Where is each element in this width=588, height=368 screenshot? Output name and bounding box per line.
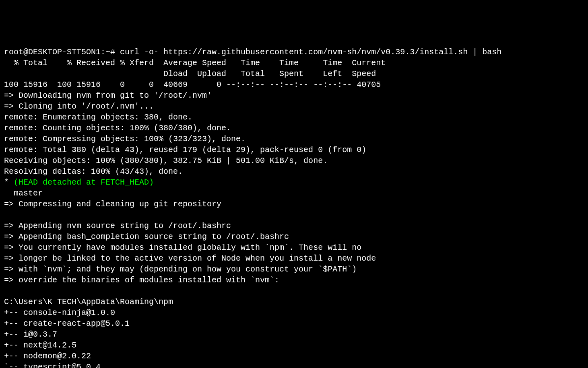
output-line: => Cloning into '/root/.nvm'...	[4, 102, 154, 111]
output-line: => longer be linked to the active versio…	[4, 254, 376, 263]
output-line: remote: Counting objects: 100% (380/380)…	[4, 123, 231, 133]
package-line: +-- next@14.2.5	[4, 341, 76, 350]
output-line: => Downloading nvm from git to '/root/.n…	[4, 91, 212, 100]
output-line: => You currently have modules installed …	[4, 243, 361, 252]
npm-path-line: C:\Users\K TECH\AppData\Roaming\npm	[4, 297, 173, 306]
output-line: => Appending bash_completion source stri…	[4, 232, 289, 241]
output-line: Receiving objects: 100% (380/380), 382.7…	[4, 156, 328, 165]
curl-header-line: % Total % Received % Xferd Average Speed…	[4, 58, 386, 68]
output-line: remote: Enumerating objects: 380, done.	[4, 113, 192, 122]
output-line: => with `nvm`; and they may (depending o…	[4, 265, 357, 274]
output-line: => override the binaries of modules inst…	[4, 275, 279, 285]
branch-marker: *	[4, 178, 14, 187]
output-line: => Appending nvm source string to /root/…	[4, 221, 231, 230]
package-line: +-- i@0.3.7	[4, 330, 57, 339]
curl-header-line: Dload Upload Total Spent Left Speed	[4, 69, 376, 78]
output-line: remote: Compressing objects: 100% (323/3…	[4, 134, 246, 144]
package-line: +-- nodemon@2.0.22	[4, 352, 91, 361]
output-line: => Compressing and cleaning up git repos…	[4, 199, 221, 209]
command-text: curl -o- https://raw.githubusercontent.c…	[120, 47, 501, 57]
terminal-output[interactable]: root@DESKTOP-STT5ON1:~# curl -o- https:/…	[4, 47, 584, 368]
shell-prompt: root@DESKTOP-STT5ON1:~#	[4, 47, 120, 57]
package-line: +-- console-ninja@1.0.0	[4, 308, 115, 317]
git-branch-master: master	[4, 189, 43, 198]
git-head-detached: (HEAD detached at FETCH_HEAD)	[14, 178, 154, 187]
curl-progress-line: 100 15916 100 15916 0 0 40669 0 --:--:--…	[4, 80, 381, 89]
output-line: remote: Total 380 (delta 43), reused 179…	[4, 145, 366, 154]
package-line: `-- typescript@5.0.4	[4, 362, 101, 368]
package-line: +-- create-react-app@5.0.1	[4, 319, 130, 328]
output-line: Resolving deltas: 100% (43/43), done.	[4, 167, 183, 176]
